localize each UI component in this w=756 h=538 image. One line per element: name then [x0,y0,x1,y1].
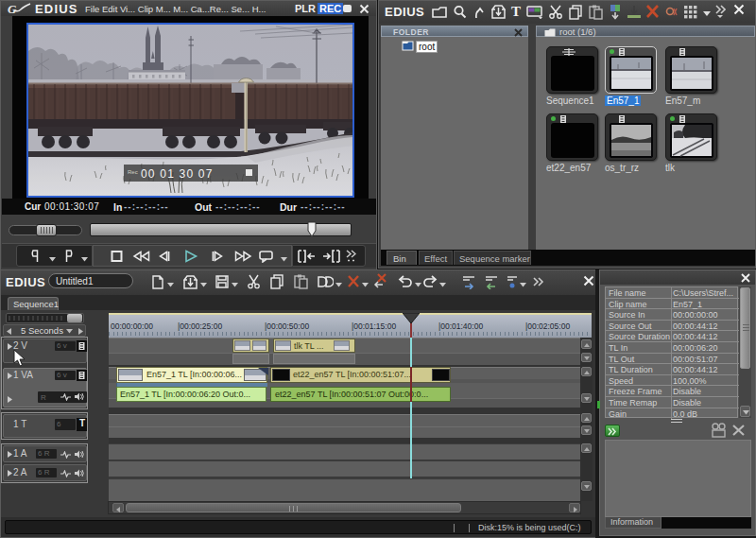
svg-text:00 01 30 07: 00 01 30 07 [141,167,214,181]
svg-text:G: G [8,2,17,15]
svg-text:Rec: Rec [128,169,138,175]
